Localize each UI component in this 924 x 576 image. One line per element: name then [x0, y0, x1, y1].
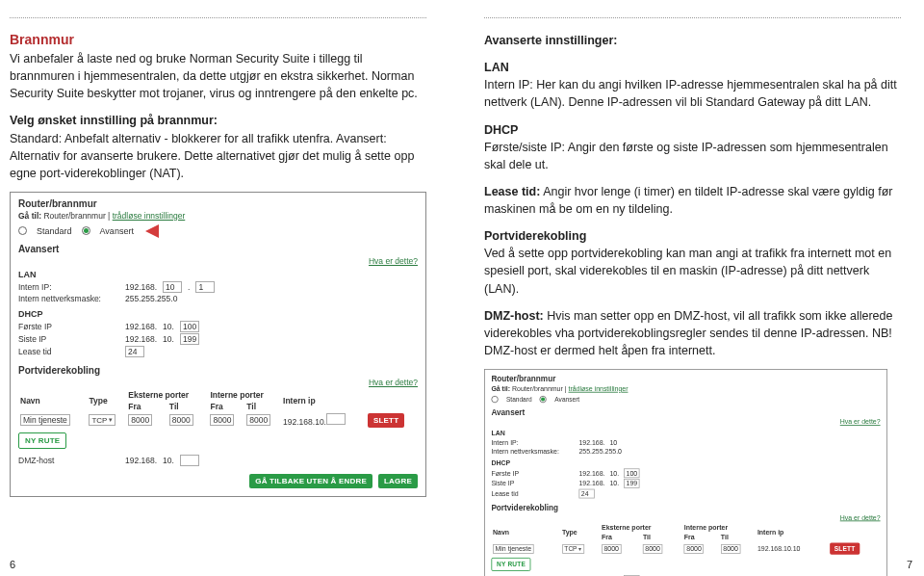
divider-top-right	[484, 17, 901, 18]
new-route-button-2[interactable]: NY RUTE	[491, 558, 530, 571]
select-row-type[interactable]: TCP	[89, 414, 116, 426]
panel-router-left: Router/brannmur Gå til: Router/brannmur …	[10, 192, 426, 497]
heading-portfwd: Portviderekobling	[18, 365, 418, 376]
delete-button[interactable]: SLETT	[368, 413, 404, 428]
heading-advanced: Avanserte innstillinger:	[484, 32, 901, 49]
radio-standard-2[interactable]	[491, 396, 498, 403]
input-dmz[interactable]	[180, 455, 199, 466]
right-column: Avanserte innstillinger: LAN Intern IP: …	[484, 17, 901, 576]
input-ext-from[interactable]: 8000	[128, 414, 152, 426]
radio-avansert[interactable]	[82, 226, 90, 235]
row-internip: Intern IP: 192.168. 10. 1	[18, 281, 418, 293]
divider-top-left	[10, 17, 426, 18]
section-avansert: Avansert	[18, 244, 418, 254]
help-link-4[interactable]: Hva er dette?	[840, 513, 881, 521]
input-lease[interactable]: 24	[125, 346, 144, 357]
input-row-ip[interactable]	[326, 413, 346, 425]
lan-body: Intern IP: Her kan du angi hvilken IP-ad…	[484, 78, 897, 109]
paragraph-intro: Vi anbefaler å laste ned og bruke Norman…	[10, 50, 426, 102]
portfwd-title: Portviderekobling	[484, 229, 586, 243]
input-ext-to[interactable]: 8000	[169, 414, 193, 426]
dhcp-body: Første/siste IP: Angir den første og sis…	[484, 141, 888, 171]
input-first-ip[interactable]: 100	[180, 321, 199, 332]
lease-label: Lease tid:	[484, 185, 540, 198]
page-number-left: 6	[10, 559, 15, 570]
save-button[interactable]: LAGRE	[378, 474, 418, 488]
heading-dhcp: DHCP	[18, 309, 418, 319]
input-row-name[interactable]: Min tjeneste	[20, 414, 70, 426]
settings-title: Velg ønsket innstilling på brannmur:	[10, 114, 218, 127]
help-link-1[interactable]: Hva er dette?	[369, 256, 418, 266]
input-lan-c[interactable]: 1	[195, 281, 215, 293]
help-link-3[interactable]: Hva er dette?	[840, 418, 881, 426]
paragraph-settings: Velg ønsket innstilling på brannmur: Sta…	[10, 112, 426, 182]
lan-title: LAN	[484, 61, 509, 74]
panel-goto: Gå til: Router/brannmur | trådløse innst…	[18, 211, 418, 221]
radio-standard[interactable]	[18, 226, 27, 235]
back-button[interactable]: GÅ TILBAKE UTEN Å ENDRE	[249, 474, 372, 488]
page-number-right: 7	[907, 559, 912, 570]
heading-lan: LAN	[18, 270, 418, 279]
portfwd-body: Ved å sette opp portviderekobling kan ma…	[484, 247, 891, 295]
row-mask: Intern nettverksmaske: 255.255.255.0	[18, 294, 418, 303]
table-row: Min tjeneste TCP 8000 8000 8000 8000 192…	[18, 412, 418, 429]
dmz-label: DMZ-host:	[484, 309, 544, 323]
delete-button-2[interactable]: SLETT	[830, 542, 860, 554]
pointer-arrow-icon	[145, 224, 159, 238]
link-wireless-2[interactable]: trådløse innstillinger	[568, 384, 628, 392]
radio-row: Standard Avansert	[18, 224, 418, 238]
heading-brannmur: Brannmur	[10, 32, 426, 47]
help-link-2[interactable]: Hva er dette?	[369, 378, 418, 387]
input-last-ip[interactable]: 199	[180, 333, 199, 345]
link-wireless[interactable]: trådløse innstillinger	[113, 211, 186, 221]
input-lan-b[interactable]: 10	[163, 281, 182, 293]
dmz-body: Hvis man setter opp en DMZ-host, vil all…	[484, 309, 892, 357]
left-column: Brannmur Vi anbefaler å laste ned og bru…	[10, 17, 426, 576]
portfwd-table-2: Navn Type Eksterne porter Interne porter…	[491, 523, 880, 556]
panel-router-right: Router/brannmur Gå til: Router/brannmur …	[484, 369, 887, 576]
lease-body: Angir hvor lenge (i timer) en tildelt IP…	[484, 185, 892, 216]
settings-body: Standard: Anbefalt alternativ - blokkere…	[10, 132, 414, 180]
input-int-from[interactable]: 8000	[210, 414, 234, 426]
portfwd-table: Navn Type Eksterne porter Interne porter…	[18, 389, 418, 429]
table-row: Min tjeneste TCP 8000 8000 8000 8000 192…	[491, 542, 880, 556]
input-int-to[interactable]: 8000	[246, 414, 270, 426]
dhcp-title: DHCP	[484, 123, 518, 137]
radio-avansert-2[interactable]	[540, 396, 547, 403]
new-route-button[interactable]: NY RUTE	[18, 432, 66, 449]
panel-title: Router/brannmur	[18, 198, 418, 209]
